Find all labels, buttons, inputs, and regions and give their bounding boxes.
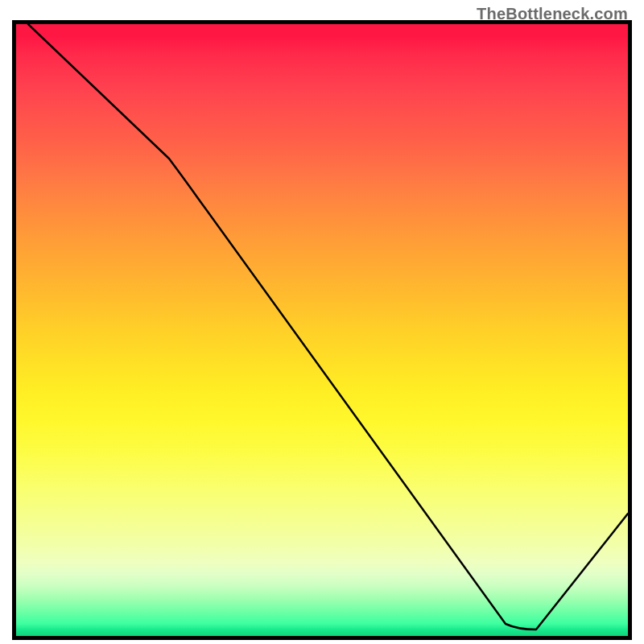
plot-area [12, 20, 632, 640]
curve-path [28, 24, 628, 630]
line-chart-svg [16, 24, 628, 636]
chart-container: TheBottleneck.com [0, 0, 644, 644]
